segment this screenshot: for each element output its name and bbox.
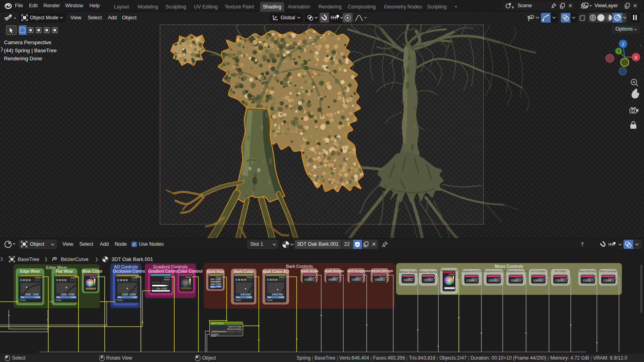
svg-text:Z: Z [622, 42, 625, 47]
svg-text:‹: ‹ [640, 43, 641, 48]
svg-text:Y: Y [617, 49, 620, 53]
svg-text:X: X [634, 55, 638, 60]
